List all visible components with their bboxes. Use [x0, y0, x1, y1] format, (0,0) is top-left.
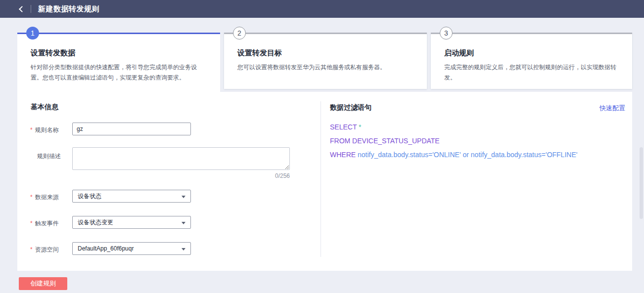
trigger-event-select[interactable]: 设备状态变更 — [72, 216, 191, 229]
sql-select-line: SELECT * — [330, 123, 362, 131]
rule-desc-label: 规则描述 — [37, 152, 61, 161]
resource-space-label: *资源空间 — [30, 246, 59, 254]
sql-from-line: FROM DEVICE_STATUS_UPDATE — [330, 137, 440, 145]
step-title: 设置转发目标 — [237, 48, 427, 58]
basic-info-heading: 基本信息 — [31, 103, 58, 112]
sql-where-line: WHERE notify_data.body.status='ONLINE' o… — [330, 151, 577, 159]
step-progress-line — [224, 33, 427, 34]
step-description: 您可以设置将数据转发至华为云其他服务或私有服务器。 — [237, 62, 412, 73]
trigger-event-value: 设备状态变更 — [78, 218, 113, 227]
caret-down-icon — [182, 196, 185, 198]
sql-from-table: DEVICE_STATUS_UPDATE — [352, 137, 440, 145]
step-number-badge: 3 — [440, 27, 453, 40]
step-card-set-forward-data[interactable]: 1 设置转发数据 针对部分类型数据提供的快速配置，将引导您完成简单的业务设置。您… — [17, 33, 220, 92]
step-progress-line — [431, 33, 632, 34]
create-rule-button[interactable]: 创建规则 — [19, 277, 67, 290]
header-divider — [31, 5, 31, 13]
step-card-set-forward-target[interactable]: 2 设置转发目标 您可以设置将数据转发至华为云其他服务或私有服务器。 — [224, 33, 427, 89]
step-number-badge: 2 — [233, 27, 246, 40]
quick-config-link[interactable]: 快速配置 — [599, 104, 625, 113]
rule-config-panel: 基本信息 *规则名称 规则描述 0/256 *数据来源 设备状态 *触发事件 设… — [17, 92, 632, 271]
sql-select-arg: * — [359, 123, 361, 131]
step-title: 启动规则 — [444, 48, 632, 58]
step-title: 设置转发数据 — [31, 48, 220, 58]
sql-where-condition: notify_data.body.status='ONLINE' or noti… — [358, 151, 577, 159]
step-description: 针对部分类型数据提供的快速配置，将引导您完成简单的业务设置。您也可以直接编辑过滤… — [31, 62, 205, 83]
sql-from-keyword: FROM — [330, 137, 350, 145]
sql-where-keyword: WHERE — [330, 151, 356, 159]
step-number-badge: 1 — [26, 27, 39, 40]
step-description: 完成完整的规则定义后，您就可以控制规则的运行，以实现数据转发。 — [444, 62, 617, 83]
back-button[interactable] — [13, 0, 30, 18]
rule-desc-textarea[interactable] — [72, 147, 290, 170]
char-counter: 0/256 — [72, 172, 290, 179]
caret-down-icon — [182, 222, 185, 224]
panel-divider — [321, 101, 321, 257]
data-source-select[interactable]: 设备状态 — [72, 190, 191, 203]
data-source-label: *数据来源 — [30, 193, 59, 202]
rule-name-label: *规则名称 — [30, 126, 59, 134]
data-source-value: 设备状态 — [78, 192, 101, 201]
page-header: 新建数据转发规则 — [0, 0, 644, 18]
rule-name-input[interactable] — [72, 123, 191, 135]
required-mark: * — [30, 194, 33, 201]
required-mark: * — [30, 220, 33, 227]
caret-down-icon — [182, 248, 185, 251]
required-mark: * — [30, 126, 33, 133]
chevron-left-icon — [19, 6, 25, 12]
step-progress-line — [17, 33, 220, 34]
trigger-event-label: *触发事件 — [30, 219, 59, 228]
page-title: 新建数据转发规则 — [38, 4, 99, 14]
required-mark: * — [30, 246, 33, 253]
sql-filter-heading: 数据过滤语句 — [330, 103, 371, 112]
step-card-start-rule[interactable]: 3 启动规则 完成完整的规则定义后，您就可以控制规则的运行，以实现数据转发。 — [431, 33, 632, 89]
resource-space-select[interactable]: DefaultApp_60f6puqr — [72, 242, 191, 255]
resource-space-value: DefaultApp_60f6puqr — [78, 245, 134, 252]
vertical-scrollbar[interactable] — [640, 147, 643, 219]
sql-select-keyword: SELECT — [330, 123, 357, 131]
